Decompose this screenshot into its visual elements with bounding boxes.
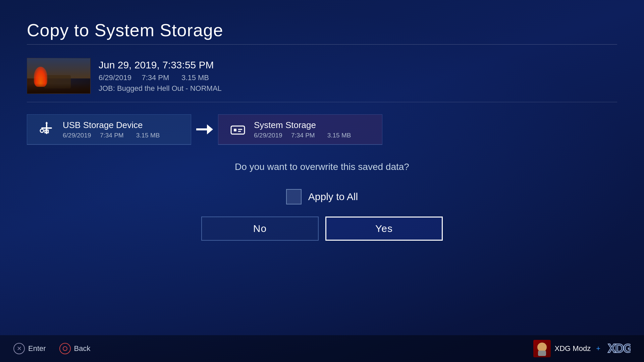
save-size: 3.15 MB bbox=[181, 73, 209, 82]
user-section: XDG Modz + XDG XDG bbox=[533, 339, 631, 359]
system-storage-meta: 6/29/2019 7:34 PM 3.15 MB bbox=[254, 132, 372, 139]
save-info-card: Jun 29, 2019, 7:33:55 PM 6/29/2019 7:34 … bbox=[27, 58, 617, 102]
bottom-controls: ✕ Enter Back bbox=[13, 343, 533, 354]
system-storage-col: System Storage 6/29/2019 7:34 PM 3.15 MB bbox=[218, 114, 382, 145]
bottom-bar: ✕ Enter Back XDG Modz + XDG XDG bbox=[0, 335, 644, 362]
save-job-info: JOB: Bugged the Hell Out - NORMAL bbox=[99, 84, 617, 93]
svg-text:XDG: XDG bbox=[608, 342, 631, 355]
usb-storage-col: USB Storage Device 6/29/2019 7:34 PM 3.1… bbox=[27, 114, 191, 145]
back-control: Back bbox=[59, 343, 91, 354]
save-meta-row: 6/29/2019 7:34 PM 3.15 MB bbox=[99, 73, 617, 82]
usb-size: 3.15 MB bbox=[136, 132, 160, 139]
page-container: Copy to System Storage Jun 29, 2019, 7:3… bbox=[0, 0, 644, 362]
back-label: Back bbox=[74, 344, 91, 353]
save-date: 6/29/2019 bbox=[99, 73, 131, 82]
svg-marker-4 bbox=[45, 122, 48, 123]
circle-button-icon bbox=[59, 343, 71, 354]
x-button-icon: ✕ bbox=[13, 343, 25, 354]
user-name: XDG Modz bbox=[555, 344, 591, 353]
xdg-logo: XDG XDG bbox=[607, 339, 631, 359]
svg-rect-6 bbox=[234, 129, 236, 131]
svg-point-2 bbox=[40, 129, 44, 132]
system-date: 6/29/2019 bbox=[254, 132, 282, 139]
transfer-section: USB Storage Device 6/29/2019 7:34 PM 3.1… bbox=[27, 114, 617, 145]
page-title: Copy to System Storage bbox=[27, 20, 617, 40]
ps-plus-icon: + bbox=[596, 344, 600, 353]
user-avatar bbox=[533, 340, 551, 357]
svg-rect-5 bbox=[231, 126, 245, 134]
usb-date: 6/29/2019 bbox=[63, 132, 91, 139]
usb-icon bbox=[37, 120, 56, 139]
save-time: 7:34 PM bbox=[142, 73, 169, 82]
enter-control: ✕ Enter bbox=[13, 343, 46, 354]
overwrite-question: Do you want to overwrite this saved data… bbox=[27, 162, 617, 172]
apply-all-section[interactable]: Apply to All bbox=[27, 189, 617, 204]
no-button[interactable]: No bbox=[201, 217, 319, 241]
system-icon bbox=[228, 120, 247, 139]
usb-divider bbox=[27, 144, 191, 145]
title-divider bbox=[27, 44, 617, 45]
system-time: 7:34 PM bbox=[291, 132, 315, 139]
save-details: Jun 29, 2019, 7:33:55 PM 6/29/2019 7:34 … bbox=[99, 59, 617, 93]
system-size: 3.15 MB bbox=[327, 132, 351, 139]
system-storage-info: System Storage 6/29/2019 7:34 PM 3.15 MB bbox=[254, 120, 372, 139]
save-thumbnail bbox=[27, 58, 91, 94]
system-divider bbox=[218, 144, 382, 145]
usb-storage-card: USB Storage Device 6/29/2019 7:34 PM 3.1… bbox=[27, 114, 191, 144]
arrow-shape bbox=[196, 124, 213, 134]
apply-all-label: Apply to All bbox=[308, 191, 358, 202]
system-storage-card: System Storage 6/29/2019 7:34 PM 3.15 MB bbox=[218, 114, 382, 144]
yes-button[interactable]: Yes bbox=[325, 217, 443, 241]
transfer-arrow bbox=[191, 114, 218, 144]
apply-all-checkbox[interactable] bbox=[286, 189, 302, 204]
usb-storage-name: USB Storage Device bbox=[63, 120, 181, 130]
buttons-row: No Yes bbox=[27, 217, 617, 241]
usb-time: 7:34 PM bbox=[100, 132, 124, 139]
system-storage-name: System Storage bbox=[254, 120, 372, 130]
usb-storage-info: USB Storage Device 6/29/2019 7:34 PM 3.1… bbox=[63, 120, 181, 139]
enter-label: Enter bbox=[28, 344, 46, 353]
save-datetime-large: Jun 29, 2019, 7:33:55 PM bbox=[99, 59, 617, 71]
usb-storage-meta: 6/29/2019 7:34 PM 3.15 MB bbox=[63, 132, 181, 139]
